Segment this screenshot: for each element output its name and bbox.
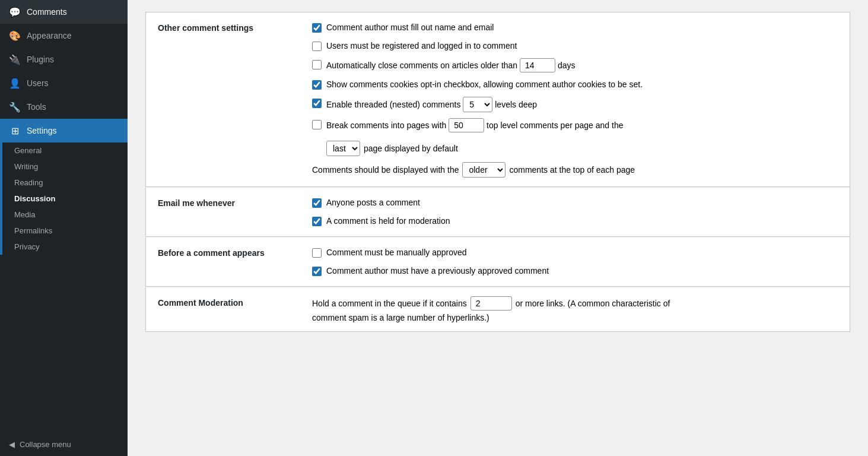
sidebar-item-label: Settings	[27, 126, 57, 135]
hold-links-input[interactable]	[470, 296, 512, 311]
comment-moderation-label: Comment Moderation	[158, 296, 294, 322]
settings-submenu: General Writing Reading Discussion Media…	[0, 142, 128, 255]
sidebar-sub-writing[interactable]: Writing	[2, 159, 128, 175]
previously-approved-row: Comment author must have a previously ap…	[312, 265, 838, 277]
collapse-icon: ◀	[9, 440, 15, 449]
sidebar-nav-item-users[interactable]: 👤 Users	[0, 71, 128, 95]
break-pages-order-text: page displayed by default	[364, 142, 458, 155]
threaded-comments-checkbox[interactable]	[312, 99, 322, 108]
sidebar-sub-permalinks[interactable]: Permalinks	[2, 223, 128, 239]
main-content: Other comment settings Comment author mu…	[128, 0, 868, 456]
collapse-menu-button[interactable]: ◀ Collapse menu	[0, 433, 128, 456]
registered-logged-in-text: Users must be registered and logged in t…	[326, 40, 517, 52]
break-pages-order-select[interactable]: firstlast	[326, 141, 360, 156]
anyone-posts-text: Anyone posts a comment	[326, 197, 420, 209]
display-order-text-before: Comments should be displayed with the	[312, 165, 459, 175]
other-comment-settings-row: Other comment settings Comment author mu…	[145, 12, 850, 187]
manually-approved-checkbox[interactable]	[312, 248, 322, 258]
held-moderation-row: A comment is held for moderation	[312, 215, 838, 227]
plugins-icon: 🔌	[9, 53, 21, 65]
sidebar: 💬 Comments 🎨 Appearance 🔌 Plugins 👤 User…	[0, 0, 128, 456]
anyone-posts-row: Anyone posts a comment	[312, 197, 838, 209]
display-order-row: Comments should be displayed with the ol…	[312, 162, 838, 178]
previously-approved-text: Comment author must have a previously ap…	[326, 265, 549, 277]
users-icon: 👤	[9, 77, 21, 89]
display-order-text-after: comments at the top of each page	[509, 165, 635, 175]
sidebar-nav-item-plugins[interactable]: 🔌 Plugins	[0, 48, 128, 71]
break-pages-input[interactable]	[449, 118, 484, 132]
author-name-email-text: Comment author must fill out name and em…	[326, 21, 494, 34]
threaded-comments-text: Enable threaded (nested) comments 234567…	[326, 97, 537, 112]
auto-close-row: Automatically close comments on articles…	[312, 58, 838, 72]
sidebar-sub-discussion[interactable]: Discussion	[2, 191, 128, 207]
comment-moderation-row: Comment Moderation Hold a comment in the…	[145, 287, 850, 332]
held-moderation-text: A comment is held for moderation	[326, 215, 450, 227]
break-pages-text: Break comments into pages with top level…	[326, 118, 623, 132]
before-comment-appears-controls: Comment must be manually approved Commen…	[312, 246, 838, 277]
auto-close-text: Automatically close comments on articles…	[326, 58, 576, 72]
comments-icon: 💬	[9, 6, 21, 18]
cookies-opt-in-row: Show comments cookies opt-in checkbox, a…	[312, 78, 838, 91]
threaded-comments-row: Enable threaded (nested) comments 234567…	[312, 97, 838, 112]
hold-links-text-before: Hold a comment in the queue if it contai…	[312, 299, 467, 308]
sidebar-item-label: Tools	[27, 102, 46, 112]
appearance-icon: 🎨	[9, 30, 21, 42]
sidebar-sub-media[interactable]: Media	[2, 207, 128, 223]
hold-links-second-text: comment spam is a large number of hyperl…	[312, 313, 489, 322]
cookies-opt-in-checkbox[interactable]	[312, 80, 322, 90]
tools-icon: 🔧	[9, 101, 21, 113]
sidebar-sub-general[interactable]: General	[2, 142, 128, 159]
sidebar-item-label: Comments	[27, 7, 67, 17]
manually-approved-row: Comment must be manually approved	[312, 246, 838, 259]
hold-links-text-after: or more links. (A common characteristic …	[516, 299, 670, 308]
settings-icon: ⊞	[9, 125, 21, 137]
threaded-comments-select[interactable]: 2345678910	[463, 97, 492, 112]
sidebar-sub-privacy[interactable]: Privacy	[2, 239, 128, 255]
held-moderation-checkbox[interactable]	[312, 217, 322, 226]
previously-approved-checkbox[interactable]	[312, 267, 322, 276]
display-order-select[interactable]: oldernewer	[462, 162, 505, 178]
auto-close-days-input[interactable]	[520, 58, 555, 72]
before-comment-appears-label: Before a comment appears	[158, 246, 294, 277]
email-me-whenever-controls: Anyone posts a comment A comment is held…	[312, 197, 838, 227]
author-name-email-checkbox[interactable]	[312, 23, 322, 33]
cookies-opt-in-text: Show comments cookies opt-in checkbox, a…	[326, 78, 643, 91]
sidebar-nav-item-comments[interactable]: 💬 Comments	[0, 0, 128, 24]
auto-close-checkbox[interactable]	[312, 60, 322, 69]
comment-moderation-controls: Hold a comment in the queue if it contai…	[312, 296, 838, 322]
break-pages-checkbox[interactable]	[312, 120, 322, 129]
email-me-whenever-row: Email me whenever Anyone posts a comment…	[145, 188, 850, 237]
sidebar-sub-reading[interactable]: Reading	[2, 175, 128, 191]
sidebar-item-label: Appearance	[27, 31, 72, 40]
other-comment-settings-controls: Comment author must fill out name and em…	[312, 21, 838, 178]
sidebar-nav-item-settings[interactable]: ⊞ Settings	[0, 119, 128, 142]
author-name-email-row: Comment author must fill out name and em…	[312, 21, 838, 34]
manually-approved-text: Comment must be manually approved	[326, 246, 467, 259]
registered-logged-in-checkbox[interactable]	[312, 42, 322, 51]
sidebar-item-label: Users	[27, 78, 49, 88]
email-me-whenever-label: Email me whenever	[158, 197, 294, 227]
before-comment-appears-row: Before a comment appears Comment must be…	[145, 238, 850, 287]
sidebar-nav-item-tools[interactable]: 🔧 Tools	[0, 95, 128, 119]
other-comment-settings-label: Other comment settings	[158, 21, 294, 178]
collapse-label: Collapse menu	[20, 440, 71, 449]
break-pages-row: Break comments into pages with top level…	[312, 118, 838, 156]
sidebar-nav-item-appearance[interactable]: 🎨 Appearance	[0, 24, 128, 48]
registered-logged-in-row: Users must be registered and logged in t…	[312, 40, 838, 52]
sidebar-item-label: Plugins	[27, 55, 54, 64]
anyone-posts-checkbox[interactable]	[312, 198, 322, 208]
